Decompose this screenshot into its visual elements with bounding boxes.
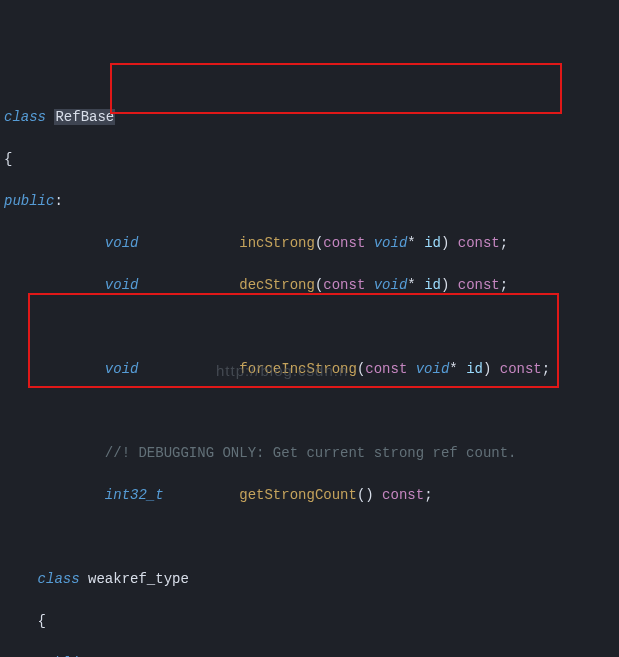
- keyword-int32: int32_t: [105, 487, 164, 503]
- keyword-void: void: [374, 277, 408, 293]
- classname-weakref: weakref_type: [88, 571, 189, 587]
- code-line: {: [4, 149, 619, 170]
- keyword-class: class: [4, 109, 46, 125]
- code-editor[interactable]: class RefBase { public: void incStrong(c…: [4, 86, 619, 657]
- code-line: //! DEBUGGING ONLY: Get current strong r…: [4, 443, 619, 464]
- code-line: int32_t getStrongCount() const;: [4, 485, 619, 506]
- code-line: void decStrong(const void* id) const;: [4, 275, 619, 296]
- keyword-void: void: [374, 235, 408, 251]
- fn-forceincstrong: forceIncStrong: [239, 361, 357, 377]
- keyword-class: class: [38, 571, 80, 587]
- param-id: id: [424, 235, 441, 251]
- code-line: void forceIncStrong(const void* id) cons…: [4, 359, 619, 380]
- keyword-const: const: [458, 235, 500, 251]
- param-id: id: [466, 361, 483, 377]
- keyword-const: const: [365, 361, 407, 377]
- code-line: [4, 401, 619, 422]
- brace: {: [4, 151, 12, 167]
- code-line: public:: [4, 191, 619, 212]
- keyword-const: const: [500, 361, 542, 377]
- code-line: {: [4, 611, 619, 632]
- code-line: void incStrong(const void* id) const;: [4, 233, 619, 254]
- keyword-void: void: [105, 277, 139, 293]
- param-id: id: [424, 277, 441, 293]
- keyword-const: const: [323, 277, 365, 293]
- keyword-void: void: [416, 361, 450, 377]
- keyword-const: const: [382, 487, 424, 503]
- classname-refbase: RefBase: [54, 109, 115, 125]
- fn-getstrongcount: getStrongCount: [239, 487, 357, 503]
- code-line: [4, 527, 619, 548]
- keyword-public: public: [4, 193, 54, 209]
- keyword-const: const: [323, 235, 365, 251]
- comment-debug-strong: //! DEBUGGING ONLY: Get current strong r…: [105, 445, 517, 461]
- keyword-void: void: [105, 361, 139, 377]
- code-line: [4, 317, 619, 338]
- fn-incstrong: incStrong: [239, 235, 315, 251]
- brace: {: [38, 613, 46, 629]
- code-line: class weakref_type: [4, 569, 619, 590]
- keyword-const: const: [458, 277, 500, 293]
- keyword-void: void: [105, 235, 139, 251]
- fn-decstrong: decStrong: [239, 277, 315, 293]
- code-line: public:: [4, 653, 619, 657]
- code-line: class RefBase: [4, 107, 619, 128]
